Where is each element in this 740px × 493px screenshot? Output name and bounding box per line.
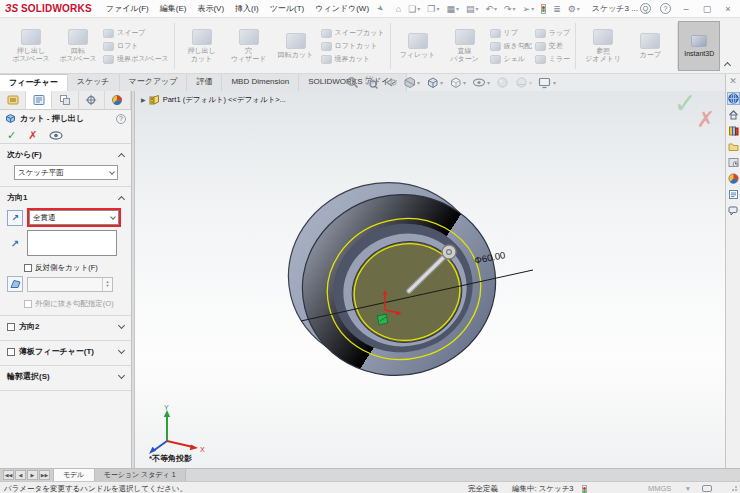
minimize-button[interactable]: – [680,4,692,14]
section-direction2[interactable]: 方向2 [0,316,131,334]
model-cut-extrude-preview[interactable]: Φ60.00 [285,163,547,403]
custom-properties-icon[interactable] [727,188,740,201]
direction-selection-listbox[interactable] [27,230,117,256]
swept-cut-button[interactable]: スイープカット [321,28,385,38]
help-icon[interactable]: ? [660,3,671,14]
tab-model[interactable]: モデル [54,469,95,481]
pm-help-icon[interactable]: ? [116,114,126,124]
section-direction1[interactable]: 方向1 [0,187,131,205]
section-from[interactable]: 次から(F) [0,144,131,162]
tab-features[interactable]: フィーチャー [0,74,68,91]
solidworks-resources-icon[interactable] [727,92,740,105]
new-document-button[interactable]: ❏▾ [406,4,422,14]
instant3d-button[interactable]: Instant3D [678,21,720,71]
tab-mbd-dimension[interactable]: MBD Dimension [222,74,299,91]
home-button[interactable]: ⌂ [394,4,403,14]
undo-button[interactable]: ↶▾ [483,4,499,14]
tab-markup[interactable]: マークアップ [120,74,188,91]
preview-eye-icon[interactable] [49,131,63,140]
previous-view-button[interactable] [384,76,397,89]
units-selector[interactable]: MMGS [648,484,671,493]
close-button[interactable]: × [722,4,734,14]
direction2-checkbox[interactable] [7,323,15,331]
select-button[interactable]: ➢▾ [521,4,537,14]
redo-button[interactable]: ↷▾ [502,4,518,14]
design-library-icon[interactable] [727,124,740,137]
open-button[interactable]: ❐▾ [425,4,441,14]
units-chevron-icon[interactable]: ▾ [686,484,690,493]
tree-expand-icon[interactable]: ▶ [141,96,146,103]
mirror-button[interactable]: ミラー [535,54,571,64]
menu-file[interactable]: ファイル(F) [106,3,149,14]
menu-tools[interactable]: ツール(T) [270,3,305,14]
thin-feature-checkbox[interactable] [7,348,15,356]
reference-geometry-button[interactable]: 参照 ジオメトリ [581,29,625,63]
task-pane-close-icon[interactable]: ✕ [726,76,740,86]
boundary-boss-button[interactable]: 境界ボス/ベース [103,54,169,64]
intersect-button[interactable]: 交差 [535,41,571,51]
end-condition-dropdown[interactable]: 全貫通 [29,210,119,225]
flip-side-checkbox[interactable] [24,264,32,272]
draft-angle-spinner[interactable]: ▲▼ [27,277,113,292]
zoom-area-button[interactable] [365,76,378,89]
sweep-button[interactable]: スイープ [103,28,169,38]
last-tab-button[interactable]: ▶▶ [39,470,50,480]
extrude-boss-button[interactable]: 押し出し ボス/ベース [9,29,53,63]
revolve-boss-button[interactable]: 回転 ボス/ベース [56,29,100,63]
tab-property-manager[interactable] [26,91,52,109]
edit-appearance-button[interactable] [496,76,509,89]
resize-grip[interactable] [731,484,739,492]
spinner-arrows-icon[interactable]: ▲▼ [102,278,112,291]
section-selected-contours[interactable]: 輪郭選択(S) [0,366,131,384]
fillet-button[interactable]: フィレット [396,33,440,59]
chat-icon[interactable] [702,485,712,493]
tab-sketch[interactable]: スケッチ [68,74,120,91]
shell-button[interactable]: シェル [490,54,532,64]
graphics-viewport[interactable]: ▶ Part1 (デフォルト) <<デフォルト>... ✓ ✗ Φ60.00 [135,91,725,468]
options-button[interactable]: ⚙▾ [566,4,582,14]
tab-motion-study-1[interactable]: モーション スタディ 1 [95,469,186,481]
tab-dimxpert-manager[interactable] [79,91,105,109]
menu-view[interactable]: 表示(V) [197,3,224,14]
confirmation-corner-cancel-icon[interactable]: ✗ [697,107,715,133]
search-icon[interactable]: Q [640,3,651,14]
tab-display-manager[interactable] [105,91,131,109]
menu-window[interactable]: ウィンドウ(W) [315,3,369,14]
ok-button[interactable]: ✓ [7,129,16,142]
pin-menu-icon[interactable]: ➤ [375,3,386,14]
reverse-direction-button[interactable]: ↗ [7,210,23,226]
maximize-button[interactable]: ▢ [701,4,713,14]
rib-button[interactable]: リブ [490,28,532,38]
home-icon[interactable] [727,108,740,121]
loft-button[interactable]: ロフト [103,41,169,51]
prev-tab-button[interactable]: ◀ [15,470,26,480]
cancel-button[interactable]: ✗ [28,129,37,142]
confirmation-corner-ok-icon[interactable]: ✓ [674,91,697,120]
menu-edit[interactable]: 編集(E) [160,3,187,14]
view-orientation-button[interactable]: ▾ [426,76,443,89]
apply-scene-button[interactable]: ▾ [515,76,532,89]
boundary-cut-button[interactable]: 境界カット [321,54,385,64]
curves-button[interactable]: カーブ [628,33,672,59]
lofted-cut-button[interactable]: ロフトカット [321,41,385,51]
next-tab-button[interactable]: ▶ [27,470,38,480]
view-settings-button[interactable]: ▾ [538,76,556,89]
flyout-feature-tree[interactable]: ▶ Part1 (デフォルト) <<デフォルト>... [141,94,286,105]
tab-configuration-manager[interactable] [52,91,78,109]
hide-show-items-button[interactable]: ▾ [472,76,490,89]
extruded-cut-button[interactable]: 押し出し カット [180,29,224,63]
file-properties-button[interactable]: ≣ [551,4,563,14]
linear-pattern-button[interactable]: 直線 パターン [443,29,487,63]
draft-button[interactable]: 抜き勾配 [490,41,532,51]
revolved-cut-button[interactable]: 回転カット [274,33,318,59]
first-tab-button[interactable]: ◀◀ [3,470,14,480]
file-explorer-icon[interactable] [727,140,740,153]
appearances-scenes-icon[interactable] [727,172,740,185]
forum-icon[interactable] [727,204,740,217]
draft-outward-checkbox[interactable] [24,300,32,308]
section-view-button[interactable]: ▾ [403,76,420,89]
menu-insert[interactable]: 挿入(I) [235,3,259,14]
drag-handle-knob[interactable] [442,245,456,259]
rebuild-button[interactable] [539,4,548,14]
print-button[interactable]: ▤▾ [464,4,481,14]
